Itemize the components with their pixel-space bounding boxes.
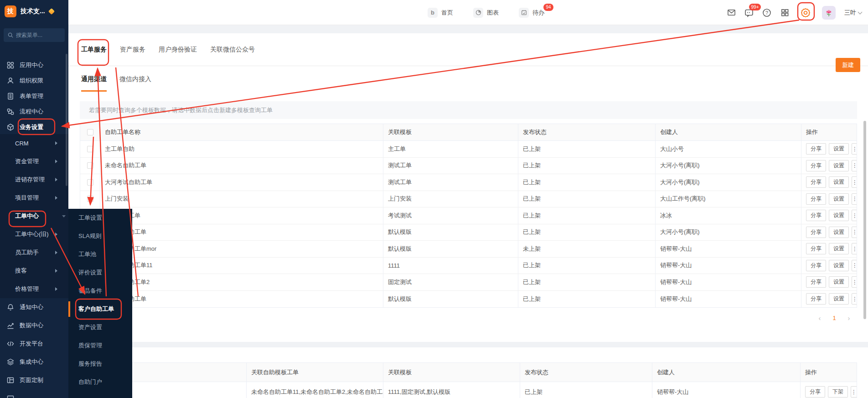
sidebar-item-clipped[interactable] (0, 389, 68, 398)
settings-button[interactable]: 设置 (829, 227, 849, 238)
share-button[interactable]: 分享 (805, 386, 825, 398)
settings-button[interactable]: 设置 (829, 293, 849, 305)
sidebar-item-page-customization[interactable]: 页面定制 (0, 371, 68, 389)
sidebar-item-notification-center[interactable]: 通知中心 (0, 298, 68, 316)
sidebar-item-funds[interactable]: 资金管理 (0, 152, 68, 171)
share-button[interactable]: 分享 (806, 210, 826, 221)
flyout-item-warranty-management[interactable]: 质保管理 (68, 336, 132, 355)
sidebar-item-staff-assistant[interactable]: 员工助手 (0, 243, 68, 262)
settings-button[interactable]: 设置 (829, 276, 849, 288)
flyout-item-service-report[interactable]: 服务报告 (68, 355, 132, 373)
more-button[interactable]: ⋮ (852, 176, 857, 188)
settings-button[interactable]: 设置 (829, 260, 849, 271)
share-button[interactable]: 分享 (806, 176, 826, 188)
share-button[interactable]: 分享 (806, 193, 826, 205)
user-menu[interactable]: 三叶 (844, 9, 862, 17)
sidebar-item-label: 数据中心 (20, 321, 43, 330)
subtab-wechat-access[interactable]: 微信内接入 (119, 66, 151, 92)
next-page-button[interactable]: › (843, 312, 854, 323)
row-checkbox[interactable] (87, 146, 93, 152)
share-button[interactable]: 分享 (806, 160, 826, 171)
flyout-item-asset-settings[interactable]: 资产设置 (68, 318, 132, 336)
flyout-item-label: 质保管理 (78, 341, 102, 350)
sidebar-item-app-center[interactable]: 应用中心 (0, 57, 68, 73)
sidebar-item-process-center[interactable]: 流程中心 (0, 104, 68, 119)
flyout-item-selfservice-portal[interactable]: 自助门户 (68, 373, 132, 391)
sidebar-search-input[interactable]: 搜索菜单... (4, 28, 65, 42)
more-button[interactable]: ⋮ (852, 160, 857, 171)
prev-page-button[interactable]: ‹ (814, 312, 825, 323)
share-button[interactable]: 分享 (806, 260, 826, 271)
app-name: 技术支... (21, 7, 45, 16)
settings-button[interactable]: 设置 (829, 160, 849, 171)
more-button[interactable]: ⋮ (852, 227, 857, 238)
table-row: 上门安装 上门安装 已上架 大山工作号(离职) 分享设置⋮ (80, 191, 857, 208)
tab-workorder-service[interactable]: 工单服务 (81, 46, 107, 54)
flyout-item-sla-rules[interactable]: SLA规则 (68, 227, 132, 245)
sidebar-item-label: 业务设置 (20, 123, 43, 131)
sidebar-item-dev-platform[interactable]: 开发平台 (0, 335, 68, 353)
settings-button[interactable]: 设置 (829, 193, 849, 205)
flyout-item-workorder-settings[interactable]: 工单设置 (68, 209, 132, 227)
sidebar-item-form-management[interactable]: 表单管理 (0, 88, 68, 104)
sidebar-item-price-management[interactable]: 价格管理 (0, 280, 68, 298)
row-checkbox[interactable] (87, 162, 93, 169)
more-button[interactable]: ⋮ (852, 210, 857, 221)
sidebar-item-integration-center[interactable]: 集成中心 (0, 353, 68, 371)
apps-grid-icon[interactable] (780, 8, 789, 17)
chat-icon[interactable]: 99+ (744, 8, 754, 17)
more-button[interactable]: ⋮ (852, 243, 857, 254)
row-checkbox[interactable] (87, 179, 93, 186)
help-icon[interactable]: ? (762, 8, 771, 17)
more-button[interactable]: ⋮ (852, 260, 857, 271)
nav-home[interactable]: b 首页 (428, 8, 453, 18)
tab-asset-service[interactable]: 资产服务 (120, 46, 145, 54)
sidebar-item-crm[interactable]: CRM (0, 134, 68, 152)
more-button[interactable]: ⋮ (852, 276, 857, 288)
share-button[interactable]: 分享 (806, 293, 826, 305)
sidebar-item-project[interactable]: 项目管理 (0, 189, 68, 207)
settings-gear-icon[interactable] (798, 5, 813, 21)
mail-icon[interactable] (727, 8, 736, 17)
flyout-item-review-settings[interactable]: 评价设置 (68, 264, 132, 282)
sidebar-item-inventory[interactable]: 进销存管理 (0, 171, 68, 189)
subtab-general-channel[interactable]: 通用渠道 (81, 66, 107, 92)
flyout-item-workorder-pool[interactable]: 工单池 (68, 245, 132, 264)
user-avatar[interactable] (822, 6, 836, 20)
share-button[interactable]: 分享 (806, 276, 826, 288)
cell-status: 已上架 (518, 191, 656, 207)
row-checkbox[interactable] (87, 196, 93, 202)
settings-button[interactable]: 设置 (829, 243, 849, 254)
page-number[interactable]: 1 (829, 312, 840, 323)
more-button[interactable]: ⋮ (851, 386, 857, 398)
settings-button[interactable]: 设置 (829, 176, 849, 188)
content-scrollbar[interactable] (863, 121, 866, 319)
more-button[interactable]: ⋮ (852, 293, 857, 305)
share-button[interactable]: 分享 (806, 143, 826, 155)
sidebar-scrollbar[interactable] (66, 54, 67, 186)
sidebar-item-workorder-center-old[interactable]: 工单中心(旧) (0, 225, 68, 243)
flyout-item-spare-parts[interactable]: 备品备件 (68, 282, 132, 300)
share-button[interactable]: 分享 (806, 243, 826, 254)
new-button[interactable]: 新建 (836, 58, 860, 72)
settings-button[interactable]: 设置 (829, 143, 849, 155)
more-button[interactable]: ⋮ (852, 143, 857, 155)
settings-button[interactable]: 设置 (829, 210, 849, 221)
sidebar-item-souke[interactable]: 搜客 (0, 262, 68, 280)
sidebar-item-workorder-center[interactable]: 工单中心 (0, 207, 68, 225)
more-button[interactable]: ⋮ (852, 193, 857, 205)
share-button[interactable]: 分享 (806, 227, 826, 238)
select-all-checkbox[interactable] (87, 129, 93, 135)
unpublish-button[interactable]: 下架 (828, 386, 848, 398)
flyout-item-customer-selfservice-workorder[interactable]: 客户自助工单 (68, 300, 132, 318)
nav-todo[interactable]: 待办 94 (519, 8, 544, 18)
sidebar-item-data-center[interactable]: 数据中心 (0, 316, 68, 335)
tab-identity-verification[interactable]: 用户身份验证 (159, 46, 197, 54)
sidebar-item-org-permission[interactable]: 组织权限 (0, 73, 68, 88)
sidebar-item-business-settings[interactable]: 业务设置 (0, 119, 68, 135)
tab-wechat-official-account[interactable]: 关联微信公众号 (210, 46, 255, 54)
page: b 首页 图表 待办 94 99+ (0, 0, 868, 398)
nav-charts[interactable]: 图表 (473, 8, 499, 18)
table-row: 未命名自助工单2 固定测试 已上架 销帮帮-大山 分享设置⋮ (80, 274, 857, 291)
sidebar-header[interactable]: 技 技术支... (5, 5, 54, 17)
